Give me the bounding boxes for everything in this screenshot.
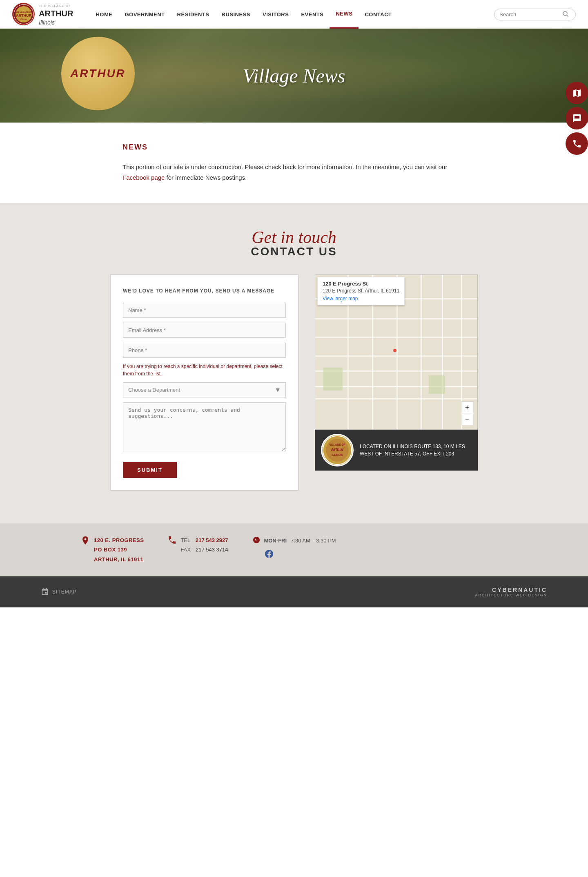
svg-line-6 <box>567 15 568 17</box>
hours-time: 7:30 AM – 3:30 PM <box>291 538 336 544</box>
map-background: 120 E Progress St 120 E Progress St, Art… <box>315 275 477 429</box>
facebook-link[interactable]: Facebook page <box>122 174 165 181</box>
village-seal: VILLAGE OF Arthur ILLINOIS <box>321 434 354 466</box>
main-nav: HOME GOVERNMENT RESIDENTS BUSINESS VISIT… <box>89 0 494 29</box>
news-content: NEWS This portion of our site is under c… <box>110 123 478 203</box>
sitemap-link[interactable]: SITEMAP <box>41 588 77 596</box>
footer-info: 120 E. PROGRESS PO BOX 139 ARTHUR, IL 61… <box>0 523 588 576</box>
address-line1: 120 E. PROGRESS <box>94 536 144 545</box>
map-popup: 120 E Progress St 120 E Progress St, Art… <box>317 277 405 305</box>
hero-banner: ARTHUR Village News <box>0 29 588 123</box>
fax-label: FAX <box>180 545 191 554</box>
contact-block-title: CONTACT US <box>12 245 576 258</box>
map-address-name: 120 E Progress St <box>323 281 399 287</box>
logo-area[interactable]: THE VILLAGE OF ARTHUR Illinois THE VILLA… <box>12 2 73 27</box>
float-map-button[interactable] <box>566 82 588 104</box>
map-bottom-strip: VILLAGE OF Arthur ILLINOIS LOCATED ON IL… <box>315 430 478 471</box>
contact-form-box: WE'D LOVE TO HEAR FROM YOU, SEND US A ME… <box>110 274 298 491</box>
phone-field[interactable] <box>123 343 286 358</box>
facebook-icon <box>265 550 273 558</box>
logo-circle: THE VILLAGE OF ARTHUR Illinois <box>12 3 35 25</box>
address-line2: PO BOX 139 <box>94 545 144 554</box>
phone-contact-icon <box>168 536 176 546</box>
map-box: 120 E Progress St 120 E Progress St, Art… <box>315 274 478 471</box>
tel-number[interactable]: 217 543 2927 <box>196 537 228 543</box>
cybernautic-brand: CYBERNAUTIC <box>475 587 547 593</box>
nav-contact[interactable]: CONTACT <box>359 0 398 29</box>
news-suffix: for immediate News postings. <box>167 174 247 181</box>
contact-section: Get in touch CONTACT US WE'D LOVE TO HEA… <box>0 203 588 523</box>
nav-news[interactable]: NEWS <box>330 0 359 29</box>
map-zoom-controls: + − <box>461 402 473 425</box>
svg-text:VILLAGE OF: VILLAGE OF <box>330 443 345 446</box>
address-line3: ARTHUR, IL 61911 <box>94 555 144 564</box>
facebook-footer-link[interactable] <box>265 552 273 559</box>
search-icon <box>563 11 568 17</box>
water-tower: ARTHUR <box>61 37 135 110</box>
location-icon <box>82 536 89 547</box>
phone-labels: TEL FAX <box>180 536 191 555</box>
zoom-in-button[interactable]: + <box>461 402 473 413</box>
sitemap-label: SITEMAP <box>52 589 77 595</box>
map-address-detail: 120 E Progress St, Arthur, IL 61911 <box>323 288 399 294</box>
email-field[interactable] <box>123 323 286 338</box>
logo-arthur: ARTHUR <box>39 8 73 19</box>
logo-text: THE VILLAGE OF ARTHUR Illinois <box>39 2 73 27</box>
view-larger-map-link[interactable]: View larger map <box>323 296 358 301</box>
header: THE VILLAGE OF ARTHUR Illinois THE VILLA… <box>0 0 588 29</box>
footer-hours: MON-FRI 7:30 AM – 3:30 PM <box>253 536 336 546</box>
logo-village: THE VILLAGE OF <box>39 4 71 8</box>
tel-label: TEL <box>180 536 191 545</box>
footer-phone-item: TEL FAX 217 543 2927 217 543 3714 <box>168 536 228 555</box>
message-field[interactable] <box>123 402 286 451</box>
nav-visitors[interactable]: VISITORS <box>256 0 295 29</box>
hero-title: Village News <box>243 65 345 87</box>
hours-days: MON-FRI <box>264 538 287 544</box>
footer-address-item: 120 E. PROGRESS PO BOX 139 ARTHUR, IL 61… <box>82 536 144 564</box>
map-container[interactable]: 120 E Progress St 120 E Progress St, Art… <box>315 274 478 430</box>
fax-number: 217 543 3714 <box>196 545 228 554</box>
svg-text:Illinois: Illinois <box>20 18 27 20</box>
clock-icon <box>253 536 260 546</box>
float-chat-button[interactable] <box>566 107 588 129</box>
phone-numbers: 217 543 2927 217 543 3714 <box>196 536 228 555</box>
nav-events[interactable]: EVENTS <box>295 0 330 29</box>
footer-address: 120 E. PROGRESS PO BOX 139 ARTHUR, IL 61… <box>94 536 144 564</box>
sitemap-icon <box>41 588 49 596</box>
nav-business[interactable]: BUSINESS <box>216 0 256 29</box>
contact-layout: WE'D LOVE TO HEAR FROM YOU, SEND US A ME… <box>110 274 478 491</box>
bottom-footer: SITEMAP CYBERNAUTIC ARCHITECTURE WEB DES… <box>0 576 588 607</box>
search-area <box>494 9 576 20</box>
news-body: This portion of our site is under constr… <box>122 162 466 183</box>
search-button[interactable] <box>561 11 570 18</box>
cybernautic-info: CYBERNAUTIC ARCHITECTURE WEB DESIGN <box>475 587 547 597</box>
department-select-wrapper: Choose a Department Mayor's Office Polic… <box>123 382 286 397</box>
contact-header: Get in touch CONTACT US <box>12 228 576 258</box>
map-icon <box>572 88 582 98</box>
news-body-text: This portion of our site is under constr… <box>122 163 447 170</box>
hero-script-title: Village News <box>243 65 345 87</box>
nav-residents[interactable]: RESIDENTS <box>171 0 216 29</box>
chat-icon <box>572 114 582 123</box>
cybernautic-sub: ARCHITECTURE WEB DESIGN <box>475 593 547 597</box>
form-intro: WE'D LOVE TO HEAR FROM YOU, SEND US A ME… <box>123 287 286 295</box>
svg-text:ARTHUR: ARTHUR <box>16 13 31 18</box>
submit-button[interactable]: SUBMIT <box>123 462 177 478</box>
department-select[interactable]: Choose a Department Mayor's Office Polic… <box>123 382 286 397</box>
nav-home[interactable]: HOME <box>89 0 118 29</box>
form-hint: If you are trying to reach a specific in… <box>123 363 286 377</box>
svg-text:Arthur: Arthur <box>330 447 344 452</box>
floating-buttons <box>566 82 588 157</box>
search-input[interactable] <box>499 11 561 18</box>
logo-illinois: Illinois <box>39 19 55 26</box>
name-field[interactable] <box>123 303 286 318</box>
contact-script-title: Get in touch <box>12 228 576 247</box>
svg-point-5 <box>563 11 567 16</box>
svg-text:ILLINOIS: ILLINOIS <box>332 453 343 456</box>
phone-icon <box>572 139 582 149</box>
map-location-text: LOCATED ON ILLINOIS ROUTE 133, 10 MILES … <box>360 443 472 457</box>
float-phone-button[interactable] <box>566 132 588 155</box>
nav-government[interactable]: GOVERNMENT <box>118 0 171 29</box>
zoom-out-button[interactable]: − <box>461 413 473 425</box>
news-heading: NEWS <box>122 143 466 152</box>
